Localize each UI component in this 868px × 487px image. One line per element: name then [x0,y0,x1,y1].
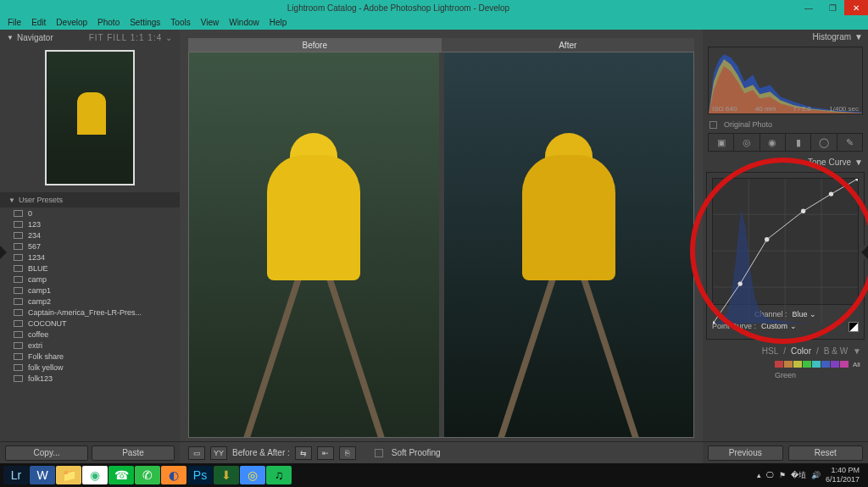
preset-item[interactable]: 567 [0,241,180,252]
color-swatch[interactable] [812,361,821,368]
menu-settings[interactable]: Settings [125,18,165,27]
preset-thumb-icon [14,210,23,217]
preset-item[interactable]: 0 [0,208,180,219]
taskbar-lightroom-icon[interactable]: Lr [3,466,29,484]
menu-tools[interactable]: Tools [165,18,195,27]
preset-item[interactable]: folk123 [0,373,180,384]
original-photo-toggle[interactable]: Original Photo [703,118,868,131]
svg-point-9 [801,209,805,213]
taskbar-spotify-icon[interactable]: ♫ [266,466,292,484]
chevron-down-icon: ▼ [8,196,15,204]
preset-item[interactable]: 123 [0,219,180,230]
paste-button[interactable]: Paste [92,445,175,461]
hsl-section-header[interactable]: HSL/ Color/ B & W ▼ [703,343,868,359]
preset-item[interactable]: Captain-America_Free-LR-Pres... [0,307,180,318]
user-presets-header[interactable]: ▼ User Presets [0,192,180,208]
tone-curve-header[interactable]: Tone Curve▼ [703,155,868,169]
histogram[interactable]: ISO 640 40 mm f / 2.8 1/400 sec [708,47,863,114]
brush-tool-button[interactable]: ✎ [837,134,862,151]
right-panel: Histogram▼ ISO 640 40 mm f / 2.8 1/400 s… [703,30,868,463]
preset-item[interactable]: folk yellow [0,362,180,373]
preset-item[interactable]: camp [0,274,180,285]
preset-thumb-icon [14,331,23,338]
swatch-all[interactable]: All [853,361,861,368]
os-taskbar: LrW📁◉☎✆◐Ps⬇◎♫ ▴ 🖵 ⚑ �埴 🔊 1:40 PM 6/11/20… [0,463,868,487]
close-button[interactable]: ✕ [844,0,868,15]
menu-window[interactable]: Window [224,18,264,27]
copy-after-settings-button[interactable]: ⎘ [339,446,356,460]
taskbar-whatsapp-icon[interactable]: ✆ [135,466,160,484]
soft-proofing-checkbox[interactable] [375,449,383,457]
color-swatch[interactable] [821,361,830,368]
preset-item[interactable]: BLUE [0,263,180,274]
tray-volume-icon[interactable]: 🔊 [811,471,821,479]
tray-up-icon[interactable]: ▴ [757,471,761,479]
navigator-thumbnail[interactable] [45,50,135,185]
svg-point-11 [855,179,858,181]
color-swatch[interactable] [831,361,839,368]
tray-monitor-icon[interactable]: 🖵 [766,471,774,479]
spot-tool-button[interactable]: ◎ [734,134,760,151]
loupe-view-button[interactable]: ▭ [188,446,205,460]
preset-item[interactable]: 234 [0,230,180,241]
preset-item[interactable]: coffee [0,329,180,340]
preset-item[interactable]: COCONUT [0,318,180,329]
color-swatch[interactable] [775,361,783,368]
tray-network-icon[interactable]: �埴 [791,470,806,481]
compare-view-button[interactable]: YY [210,446,227,460]
redeye-tool-button[interactable]: ◉ [760,134,786,151]
color-swatch[interactable] [840,361,849,368]
taskbar-line-icon[interactable]: ☎ [108,466,134,484]
taskbar-clock[interactable]: 1:40 PM 6/11/2017 [826,466,860,484]
preset-item[interactable]: camp1 [0,285,180,296]
crop-tool-button[interactable]: ▣ [709,134,734,151]
system-tray[interactable]: ▴ 🖵 ⚑ �埴 🔊 1:40 PM 6/11/2017 [757,466,865,484]
preset-list: 01232345671234BLUEcampcamp1camp2Captain-… [0,208,180,441]
menu-edit[interactable]: Edit [26,18,51,27]
taskbar-chrome-icon[interactable]: ◉ [82,466,108,484]
before-label: Before [188,38,442,52]
menu-file[interactable]: File [3,18,26,27]
minimize-button[interactable]: — [797,0,821,15]
preset-item[interactable]: Folk share [0,351,180,362]
center-toolbar: ▭ YY Before & After : ⇆ ⇤ ⎘ Soft Proofin… [180,441,703,463]
menu-photo[interactable]: Photo [92,18,125,27]
radial-tool-button[interactable]: ◯ [811,134,837,151]
taskbar-idm-icon[interactable]: ⬇ [214,466,239,484]
swap-before-after-button[interactable]: ⇆ [295,446,312,460]
preset-thumb-icon [14,320,23,327]
left-panel-collapse-icon[interactable] [0,246,7,259]
right-panel-collapse-icon[interactable] [861,246,868,259]
copy-before-settings-button[interactable]: ⇤ [317,446,334,460]
before-photo[interactable] [189,53,439,437]
histogram-header[interactable]: Histogram▼ [703,30,868,43]
color-swatch[interactable] [803,361,811,368]
taskbar-word-icon[interactable]: W [30,466,55,484]
tone-curve-chart[interactable] [712,178,859,305]
taskbar-photoshop-icon[interactable]: Ps [187,466,213,484]
navigator-zoom-options[interactable]: FIT FILL 1:1 1:4 ⌄ [89,33,173,42]
color-swatch[interactable] [793,361,802,368]
restore-button[interactable]: ❐ [821,0,844,15]
reset-button[interactable]: Reset [788,445,864,461]
menu-help[interactable]: Help [264,18,292,27]
previous-button[interactable]: Previous [708,445,783,461]
menu-develop[interactable]: Develop [51,18,92,27]
preset-thumb-icon [14,254,23,261]
copy-button[interactable]: Copy... [5,445,88,461]
taskbar-firefox-icon[interactable]: ◐ [161,466,186,484]
menu-view[interactable]: View [196,18,225,27]
navigator-header[interactable]: ▼ Navigator FIT FILL 1:1 1:4 ⌄ [0,30,180,45]
preset-item[interactable]: 1234 [0,252,180,263]
tray-flag-icon[interactable]: ⚑ [779,471,786,479]
color-swatch[interactable] [784,361,793,368]
taskbar-realplayer-icon[interactable]: ◎ [240,466,265,484]
after-photo[interactable] [444,53,694,437]
preset-thumb-icon [14,375,23,382]
checkbox-icon [709,121,717,129]
gradient-tool-button[interactable]: ▮ [786,134,811,151]
svg-point-10 [829,191,833,196]
taskbar-file-explorer-icon[interactable]: 📁 [56,466,81,484]
preset-item[interactable]: extri [0,340,180,351]
preset-item[interactable]: camp2 [0,296,180,307]
